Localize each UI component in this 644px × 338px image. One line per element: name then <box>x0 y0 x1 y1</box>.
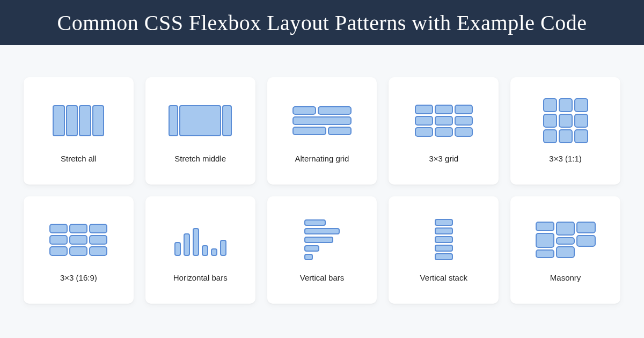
pattern-label: 3×3 grid <box>429 154 458 163</box>
pattern-card-masonry[interactable]: Masonry <box>510 196 620 304</box>
stretch-all-icon <box>46 99 111 142</box>
pattern-card-3x3-grid[interactable]: 3×3 grid <box>389 77 499 185</box>
masonry-icon <box>533 218 598 261</box>
pattern-label: 3×3 (1:1) <box>549 154 581 163</box>
pattern-label: Vertical stack <box>420 273 467 282</box>
pattern-label: Horizontal bars <box>173 273 228 282</box>
pattern-card-3x3-square[interactable]: 3×3 (1:1) <box>510 77 620 185</box>
pattern-card-vertical-stack[interactable]: Vertical stack <box>389 196 499 304</box>
pattern-label: 3×3 (16:9) <box>60 273 97 282</box>
pattern-label: Stretch all <box>61 154 97 163</box>
grid-3x3-icon <box>412 99 476 142</box>
pattern-card-stretch-all[interactable]: Stretch all <box>24 77 134 185</box>
vertical-stack-icon <box>412 218 476 261</box>
pattern-label: Masonry <box>550 273 581 282</box>
pattern-grid: Stretch all Stretch middle Alternating g… <box>0 45 644 320</box>
page-header: Common CSS Flexbox Layout Patterns with … <box>0 0 644 45</box>
pattern-card-alternating-grid[interactable]: Alternating grid <box>267 77 377 185</box>
pattern-label: Stretch middle <box>174 154 226 163</box>
grid-3x3-wide-icon <box>46 218 111 261</box>
page-title: Common CSS Flexbox Layout Patterns with … <box>57 10 587 35</box>
pattern-label: Vertical bars <box>300 273 345 282</box>
grid-3x3-square-icon <box>533 99 598 142</box>
stretch-middle-icon <box>168 99 232 142</box>
horizontal-bars-icon <box>168 218 232 261</box>
vertical-bars-icon <box>290 218 354 261</box>
pattern-card-horizontal-bars[interactable]: Horizontal bars <box>145 196 255 304</box>
pattern-card-stretch-middle[interactable]: Stretch middle <box>145 77 255 185</box>
alternating-grid-icon <box>290 99 354 142</box>
pattern-card-3x3-169[interactable]: 3×3 (16:9) <box>24 196 134 304</box>
pattern-card-vertical-bars[interactable]: Vertical bars <box>267 196 377 304</box>
pattern-label: Alternating grid <box>295 154 349 163</box>
